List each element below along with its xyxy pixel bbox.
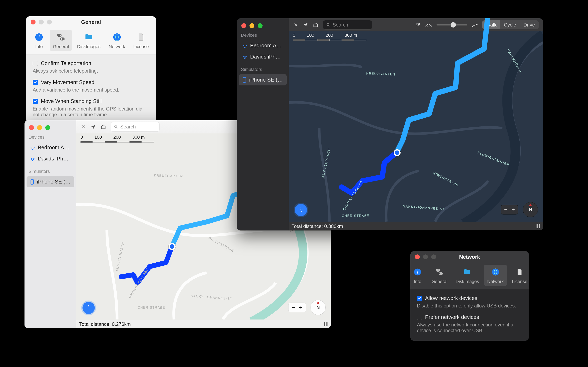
pref-tab-label: Network [487, 279, 504, 284]
checkbox[interactable] [33, 99, 38, 104]
checkbox[interactable] [33, 61, 38, 66]
sidebar-item-label: Bedroom Ap… [250, 42, 283, 49]
sidebar-section-simulators: Simulators [237, 62, 289, 74]
svg-rect-15 [327, 322, 328, 326]
pref-body: Confirm Teleportation Always ask before … [26, 54, 156, 125]
total-distance: Total distance: 0.380km [292, 224, 343, 229]
sidebar-item-simulator[interactable]: iPhone SE (3… [239, 74, 287, 85]
pref-tab-info[interactable]: i Info [30, 30, 48, 51]
zoom-in-button[interactable]: + [299, 304, 303, 311]
phone-icon [242, 77, 247, 83]
pref-tab-label: Info [414, 279, 421, 284]
sidebar-item-device[interactable]: Davids iPhone [239, 51, 287, 62]
window-title: General [26, 16, 156, 28]
svg-text:i: i [417, 269, 418, 275]
sidebar-item-simulator[interactable]: iPhone SE (3… [26, 176, 74, 187]
pref-option-move-standing-still[interactable]: Move When Standing Still [33, 98, 149, 104]
option-description: Add a variance to the movement speed. [33, 87, 149, 93]
status-bar: Total distance: 0.276km [76, 320, 331, 328]
svg-rect-14 [324, 322, 325, 326]
compass[interactable]: N [311, 300, 325, 315]
close-button[interactable] [29, 125, 34, 130]
zoom-out-button[interactable]: − [504, 206, 508, 213]
pref-tab-general[interactable]: General [428, 265, 450, 286]
minimize-button[interactable] [37, 125, 42, 130]
svg-point-17 [245, 58, 245, 59]
zoom-out-button[interactable]: − [292, 304, 295, 311]
option-description: Always ask before teleporting. [33, 68, 149, 74]
pref-tab-license[interactable]: License [509, 265, 529, 286]
titlebar[interactable]: General [26, 16, 156, 28]
document-icon [514, 266, 525, 278]
pref-option-allow-network-devices[interactable]: Allow network devices [417, 295, 522, 301]
sidebar-item-device[interactable]: Bedroom Ap… [239, 40, 287, 51]
pref-option-prefer-network-devices[interactable]: Prefer network devices [417, 314, 522, 320]
switches-icon [55, 31, 67, 43]
pref-tab-info[interactable]: i Info [410, 265, 426, 286]
walking-icon [86, 305, 92, 311]
zoom-button[interactable] [45, 125, 50, 130]
zoom-controls: − + [501, 205, 518, 214]
map-canvas[interactable]: Search Walk Cycle Drive 0 100 200 300 m [289, 18, 543, 222]
pref-tab-diskimages[interactable]: DiskImages [74, 30, 104, 51]
pref-tab-label: License [133, 44, 149, 49]
globe-icon [490, 266, 501, 278]
zoom-button[interactable] [258, 23, 263, 28]
svg-point-16 [245, 47, 245, 48]
option-description: Always use the network connection even i… [417, 322, 522, 333]
wifi-icon [30, 145, 35, 150]
folder-icon [462, 266, 473, 278]
pref-option-vary-movement-speed[interactable]: Vary Movement Speed [33, 79, 149, 85]
svg-point-5 [62, 38, 63, 40]
checkbox[interactable] [417, 315, 422, 320]
total-distance: Total distance: 0.276km [79, 321, 131, 327]
document-icon [135, 31, 147, 43]
close-button[interactable] [241, 23, 246, 28]
pref-tab-network[interactable]: Network [484, 265, 507, 286]
pref-tab-label: Network [109, 44, 125, 49]
walking-icon [298, 207, 304, 213]
sidebar-item-device[interactable]: Davids iPhone [26, 153, 74, 164]
street-label: CHER STRAßE [342, 214, 369, 218]
current-location-marker [394, 149, 401, 156]
pref-body: Allow network devices Disable this optio… [410, 289, 529, 341]
pref-tab-diskimages[interactable]: DiskImages [452, 265, 482, 286]
status-bar: Total distance: 0.380km [289, 222, 543, 230]
sidebar-item-label: Bedroom Ap… [38, 144, 71, 151]
sidebar-item-device[interactable]: Bedroom Ap… [26, 142, 74, 153]
svg-rect-18 [243, 77, 246, 82]
titlebar[interactable]: Network [410, 251, 529, 263]
phone-icon [30, 179, 34, 185]
walk-mode-badge[interactable] [295, 204, 307, 216]
svg-point-13 [88, 305, 89, 307]
minimize-button[interactable] [250, 23, 254, 28]
sidebar-item-label: iPhone SE (3… [37, 179, 71, 185]
pref-tab-license[interactable]: License [130, 30, 152, 51]
map-roads [289, 18, 543, 222]
switches-icon [434, 266, 445, 278]
street-label: CHER STRAßE [138, 306, 165, 309]
general-prefs-window: General i Info General DiskImages Networ… [26, 16, 156, 125]
pref-option-confirm-teleportation[interactable]: Confirm Teleportation [33, 60, 149, 67]
svg-rect-9 [31, 179, 34, 184]
compass[interactable]: N [523, 202, 538, 217]
sidebar-section-devices: Devices [237, 28, 289, 40]
svg-point-22 [301, 208, 302, 209]
pref-tab-general[interactable]: General [50, 30, 72, 51]
checkbox[interactable] [33, 80, 38, 85]
checkbox[interactable] [417, 296, 422, 301]
pref-tab-label: DiskImages [77, 44, 100, 49]
walk-mode-badge[interactable] [82, 302, 95, 314]
pause-button[interactable] [536, 224, 540, 229]
pause-button[interactable] [324, 322, 328, 327]
option-label: Vary Movement Speed [41, 79, 95, 85]
pref-tab-label: DiskImages [456, 279, 479, 284]
traffic-lights [25, 120, 76, 130]
pref-tab-network[interactable]: Network [105, 30, 129, 51]
zoom-in-button[interactable]: + [511, 206, 515, 213]
info-icon: i [33, 31, 45, 43]
zoom-controls: − + [288, 303, 306, 312]
sidebar-item-label: Davids iPhone [250, 54, 283, 60]
window-title: Network [410, 251, 529, 263]
wifi-icon [30, 156, 35, 162]
